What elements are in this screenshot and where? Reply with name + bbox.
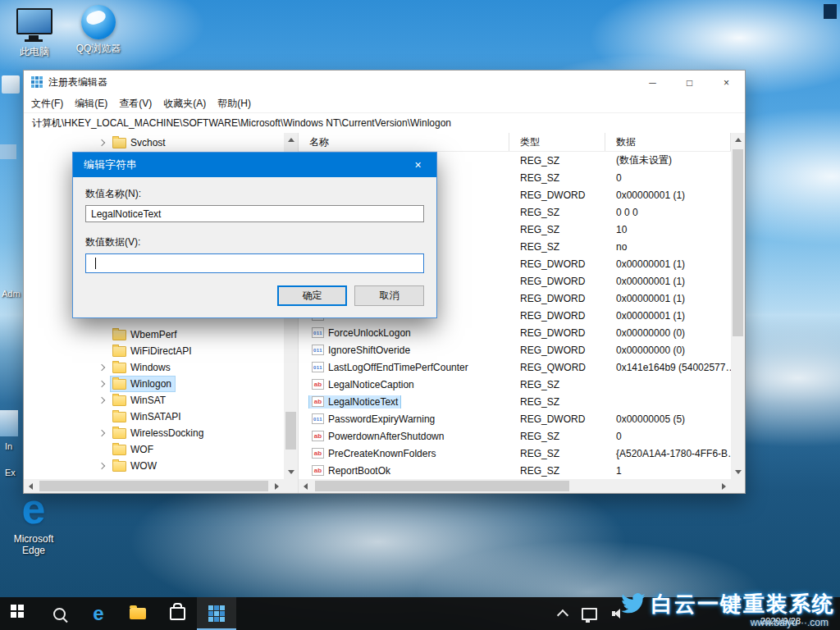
search-icon: [53, 608, 66, 620]
tree-item-WOF[interactable]: WOF: [24, 441, 284, 458]
network-icon[interactable]: [582, 608, 597, 620]
value-name: LastLogOffEndTimePerfCounter: [328, 362, 468, 373]
expand-chevron-icon[interactable]: [98, 398, 111, 403]
search-button[interactable]: [39, 597, 79, 630]
start-button[interactable]: [0, 597, 39, 630]
desktop-icon-label: Microsoft Edge: [8, 533, 59, 556]
tree-item-body: WirelessDocking: [111, 426, 207, 441]
taskbar: e 2020/9/28: [0, 597, 840, 630]
tree-item-WinSAT[interactable]: WinSAT: [24, 392, 284, 409]
close-button[interactable]: ×: [708, 71, 745, 94]
expand-chevron-icon[interactable]: [98, 381, 111, 386]
scrollbar-thumb[interactable]: [733, 149, 743, 336]
tree-item-WiFiDirectAPI[interactable]: WiFiDirectAPI: [24, 343, 284, 359]
window-title: 注册表编辑器: [48, 75, 107, 89]
maximize-button[interactable]: □: [671, 71, 708, 94]
expand-chevron-icon[interactable]: [98, 431, 111, 436]
list-header: 名称 类型 数据: [299, 133, 731, 152]
desktop-icon-this-pc[interactable]: 此电脑: [8, 8, 61, 57]
value-data-input[interactable]: [85, 253, 424, 273]
registry-value-row[interactable]: abLegalNoticeTextREG_SZ: [299, 393, 731, 410]
corner-fragment: [824, 4, 837, 19]
taskbar-clock[interactable]: 2020/9/28: [760, 616, 801, 626]
registry-value-row[interactable]: abPreCreateKnownFoldersREG_SZ{A520A1A4-1…: [299, 445, 731, 462]
scrollbar-thumb[interactable]: [315, 481, 569, 491]
scroll-down-button[interactable]: [284, 465, 298, 479]
registry-value-row[interactable]: 011LastLogOffEndTimePerfCounterREG_QWORD…: [299, 358, 731, 376]
scrollbar-thumb[interactable]: [39, 481, 268, 491]
menu-item-1[interactable]: 编辑(E): [69, 97, 113, 111]
dialog-close-button[interactable]: ×: [399, 153, 436, 177]
value-name-cell: abLegalNoticeText: [309, 395, 400, 409]
scroll-left-button[interactable]: [24, 479, 38, 493]
tree-item-WbemPerf[interactable]: WbemPerf: [24, 326, 284, 343]
list-vertical-scrollbar[interactable]: [731, 133, 745, 479]
scroll-left-button[interactable]: [299, 479, 313, 493]
scroll-down-button[interactable]: [731, 465, 745, 479]
partial-desktop-icon: [0, 144, 16, 159]
scroll-up-button[interactable]: [731, 133, 745, 147]
tray-chevron-icon[interactable]: [557, 609, 568, 621]
desktop-icon-qq-browser[interactable]: QQ浏览器: [72, 5, 125, 54]
tree-item-Windows[interactable]: Windows: [24, 359, 284, 376]
cancel-button[interactable]: 取消: [354, 285, 424, 306]
value-name-cell: 011LastLogOffEndTimePerfCounter: [309, 361, 471, 374]
column-header-data[interactable]: 数据: [605, 133, 731, 151]
menu-item-3[interactable]: 收藏夹(A): [158, 97, 212, 111]
partial-icon-label: Adm: [2, 289, 21, 299]
reg-sz-icon: ab: [312, 465, 324, 476]
tree-horizontal-scrollbar[interactable]: [24, 479, 284, 493]
value-name: LegalNoticeText: [328, 396, 398, 408]
taskbar-file-explorer-button[interactable]: [118, 597, 158, 630]
value-type: REG_DWORD: [509, 276, 605, 287]
taskbar-edge-button[interactable]: e: [79, 597, 118, 630]
tree-item-Svchost[interactable]: Svchost: [24, 135, 284, 151]
reg-sz-icon: ab: [312, 379, 324, 390]
expand-chevron-icon[interactable]: [98, 140, 111, 145]
registry-value-row[interactable]: 011PasswordExpiryWarningREG_DWORD0x00000…: [299, 410, 731, 427]
folder-icon: [112, 363, 126, 373]
tree-item-label: Windows: [130, 362, 171, 373]
ok-button[interactable]: 确定: [277, 285, 347, 306]
tree-item-WirelessDocking[interactable]: WirelessDocking: [24, 425, 284, 441]
column-header-name[interactable]: 名称: [299, 133, 509, 151]
dialog-buttons: 确定 取消: [85, 285, 424, 306]
window-titlebar[interactable]: 注册表编辑器 ─ □ ×: [24, 71, 745, 94]
minimize-button[interactable]: ─: [634, 71, 671, 94]
scroll-right-button[interactable]: [717, 479, 731, 493]
menu-item-4[interactable]: 帮助(H): [212, 97, 257, 111]
folder-icon: [112, 461, 126, 472]
dialog-titlebar[interactable]: 编辑字符串 ×: [73, 153, 436, 177]
registry-value-row[interactable]: abLegalNoticeCaptionREG_SZ: [299, 376, 731, 393]
value-data: 0x00000001 (1): [605, 189, 731, 201]
taskbar-regedit-button-active[interactable]: [197, 597, 236, 630]
registry-value-row[interactable]: 011IgnoreShiftOverideREG_DWORD0x00000000…: [299, 341, 731, 358]
value-name-label: 数值名称(N):: [85, 187, 424, 201]
registry-value-row[interactable]: 011ForceUnlockLogonREG_DWORD0x00000000 (…: [299, 324, 731, 341]
taskbar-store-button[interactable]: [158, 597, 197, 630]
scrollbar-thumb[interactable]: [285, 412, 296, 450]
value-name-input[interactable]: [85, 205, 424, 222]
registry-value-row[interactable]: abPowerdownAfterShutdownREG_SZ0: [299, 427, 731, 445]
menu-item-2[interactable]: 查看(V): [113, 97, 158, 111]
scrollbar-corner: [731, 479, 745, 493]
desktop-icon-microsoft-edge[interactable]: e Microsoft Edge: [8, 487, 59, 556]
tree-item-body: WOF: [111, 442, 157, 457]
tree-item-WinSATAPI[interactable]: WinSATAPI: [24, 409, 284, 425]
value-type: REG_SZ: [509, 241, 605, 253]
scroll-right-button[interactable]: [270, 479, 284, 493]
address-bar[interactable]: 计算机\HKEY_LOCAL_MACHINE\SOFTWARE\Microsof…: [24, 113, 745, 134]
folder-icon: [112, 330, 126, 340]
expand-chevron-icon[interactable]: [98, 463, 111, 468]
column-header-type[interactable]: 类型: [509, 133, 605, 151]
registry-value-row[interactable]: abReportBootOkREG_SZ1: [299, 462, 731, 479]
menu-item-0[interactable]: 文件(F): [25, 97, 69, 111]
tree-item-label: Winlogon: [130, 378, 171, 390]
list-horizontal-scrollbar[interactable]: [299, 479, 731, 493]
scroll-up-button[interactable]: [284, 133, 298, 147]
file-explorer-icon: [130, 608, 146, 619]
expand-chevron-icon[interactable]: [98, 365, 111, 370]
tree-item-Winlogon[interactable]: Winlogon: [24, 376, 284, 392]
volume-icon[interactable]: [612, 608, 625, 619]
tree-item-WOW[interactable]: WOW: [24, 458, 284, 474]
